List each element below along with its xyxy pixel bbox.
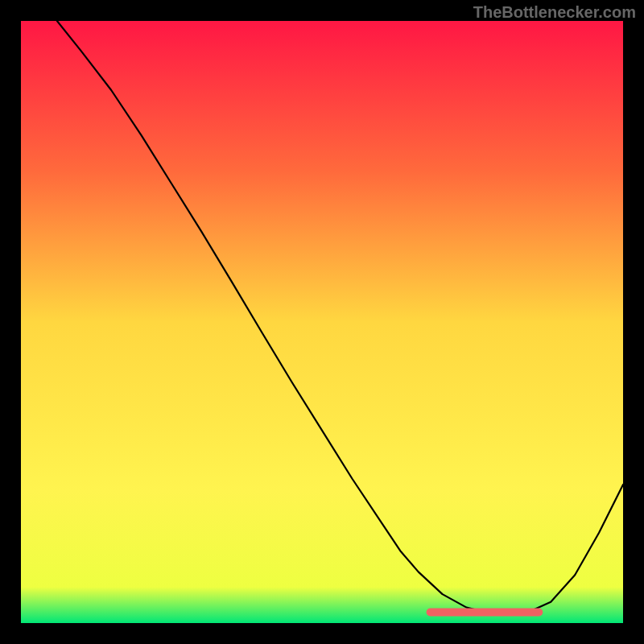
- chart-container: TheBottlenecker.com: [0, 0, 644, 644]
- gradient-background: [21, 21, 623, 623]
- watermark: TheBottlenecker.com: [473, 3, 636, 22]
- bottleneck-chart: [21, 21, 623, 623]
